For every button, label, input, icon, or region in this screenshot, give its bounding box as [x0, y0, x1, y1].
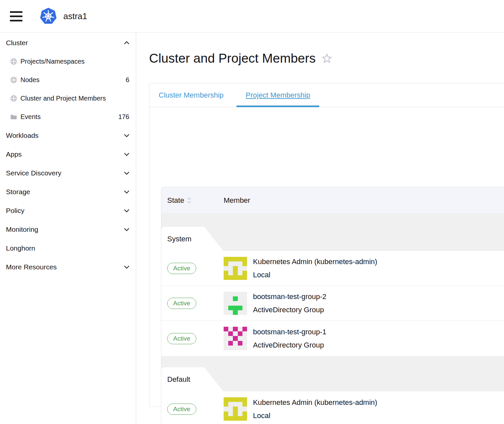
sidebar-section-policy[interactable]: Policy [0, 201, 136, 220]
folder-icon [10, 113, 17, 121]
column-header-state[interactable]: State [167, 196, 184, 205]
table-row[interactable]: Active Kubernetes Admin (kubernetes-admi… [161, 251, 504, 286]
sidebar-section-label: More Resources [6, 263, 57, 271]
sidebar-section-cluster[interactable]: Cluster [0, 33, 136, 52]
member-name: bootsman-test-group-2 [253, 290, 327, 303]
main-content: Cluster and Project Members Cluster Memb… [136, 33, 504, 424]
member-avatar [224, 397, 247, 421]
sidebar-section-label: Workloads [6, 132, 39, 139]
status-badge: Active [167, 333, 196, 344]
sidebar-item-events[interactable]: Events 176 [0, 107, 136, 126]
sidebar-item-label: Cluster and Project Members [20, 95, 106, 102]
item-count: 176 [118, 113, 129, 121]
group-tab-default: Default [161, 367, 223, 391]
sidebar-section-service-discovery[interactable]: Service Discovery [0, 164, 136, 182]
tab-bar: Cluster Membership Project Membership [149, 83, 504, 107]
chevron-down-icon [123, 169, 131, 177]
table-header-row: State Member [161, 187, 504, 214]
group-row-system: System [161, 214, 504, 251]
tab-project-membership[interactable]: Project Membership [236, 83, 320, 107]
sidebar-item-label: Events [20, 113, 41, 121]
sidebar-section-longhorn[interactable]: Longhorn [0, 239, 136, 257]
chevron-down-icon [123, 207, 131, 215]
chevron-down-icon [123, 226, 131, 233]
member-name: Kubernetes Admin (kubernetes-admin) [253, 255, 377, 268]
member-type: ActiveDirectory Group [253, 303, 327, 317]
sidebar-item-nodes[interactable]: Nodes 6 [0, 71, 136, 89]
member-type: Local [253, 409, 377, 422]
sidebar-item-cluster-and-project-members[interactable]: Cluster and Project Members [0, 89, 136, 107]
member-avatar [224, 257, 247, 280]
globe-icon [10, 76, 17, 84]
sidebar-item-projects-namespaces[interactable]: Projects/Namespaces [0, 52, 136, 71]
kubernetes-logo-icon [40, 7, 57, 25]
sidebar-section-label: Apps [6, 150, 22, 158]
sidebar-section-label: Service Discovery [6, 169, 61, 177]
chevron-up-icon [123, 39, 131, 47]
member-type: Local [253, 268, 377, 282]
table-row[interactable]: Active bootsman-test-group-2 ActiveDirec… [161, 286, 504, 321]
status-badge: Active [167, 263, 196, 274]
tab-cluster-membership[interactable]: Cluster Membership [149, 83, 233, 107]
chevron-down-icon [123, 263, 131, 271]
sort-icon[interactable] [187, 197, 192, 204]
sidebar-section-label: Longhorn [6, 244, 35, 252]
member-avatar [224, 327, 247, 350]
page-title: Cluster and Project Members [149, 51, 316, 66]
table-row[interactable]: Active bootsman-test-group-1 ActiveDirec… [161, 321, 504, 356]
member-type: ActiveDirectory Group [253, 339, 327, 352]
table-row[interactable]: Active Kubernetes Admin (kubernetes-admi… [161, 391, 504, 424]
sidebar-section-label: Policy [6, 207, 24, 215]
membership-panel: Cluster Membership Project Membership St… [149, 83, 504, 407]
chevron-down-icon [123, 188, 131, 196]
menu-hamburger-icon[interactable] [10, 11, 22, 21]
status-badge: Active [167, 404, 196, 415]
column-header-member[interactable]: Member [224, 196, 504, 205]
sidebar-section-apps[interactable]: Apps [0, 145, 136, 164]
sidebar-section-label: Storage [6, 188, 30, 196]
status-badge: Active [167, 298, 196, 309]
sidebar-section-label: Monitoring [6, 226, 38, 233]
item-count: 6 [126, 76, 129, 84]
globe-icon [10, 95, 17, 102]
globe-icon [10, 58, 17, 65]
sidebar-section-more-resources[interactable]: More Resources [0, 257, 136, 276]
sidebar: Cluster Projects/Namespaces Nodes 6 Clus… [0, 33, 136, 424]
favorite-star-icon[interactable] [322, 53, 332, 64]
sidebar-section-label: Cluster [6, 39, 28, 47]
member-name: Kubernetes Admin (kubernetes-admin) [253, 396, 377, 409]
sidebar-item-label: Projects/Namespaces [20, 58, 85, 65]
chevron-down-icon [123, 132, 131, 139]
members-table: State Member System Active [161, 187, 504, 424]
member-name: bootsman-test-group-1 [253, 325, 327, 339]
chevron-down-icon [123, 150, 131, 158]
sidebar-section-monitoring[interactable]: Monitoring [0, 220, 136, 239]
member-avatar [224, 292, 247, 315]
sidebar-section-workloads[interactable]: Workloads [0, 126, 136, 145]
group-tab-system: System [161, 227, 223, 251]
group-row-default: Default [161, 356, 504, 391]
app-header: astra1 [0, 0, 504, 33]
sidebar-item-label: Nodes [20, 76, 40, 84]
cluster-name[interactable]: astra1 [63, 11, 87, 21]
sidebar-section-storage[interactable]: Storage [0, 182, 136, 201]
